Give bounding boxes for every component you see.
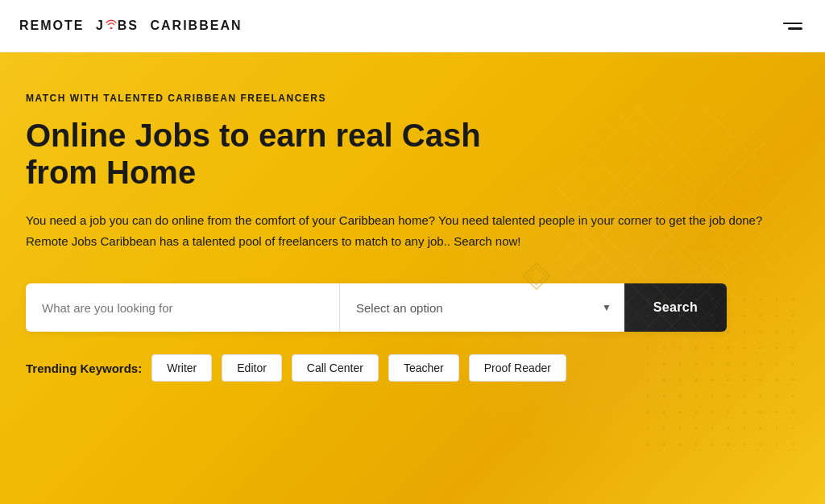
search-bar: Select an option Writer Editor Call Cent… — [26, 283, 727, 332]
logo-jobs: J BS — [96, 19, 139, 33]
logo-caribbean: CARIBBEAN — [151, 19, 243, 33]
hero-main-title: Online Jobs to earn real Cash from Home — [26, 117, 525, 191]
category-select[interactable]: Select an option Writer Editor Call Cent… — [340, 283, 624, 332]
trending-label: Trending Keywords: — [26, 361, 142, 375]
keyword-tag-call-center[interactable]: Call Center — [292, 354, 379, 382]
category-select-wrapper: Select an option Writer Editor Call Cent… — [340, 283, 624, 332]
wifi-icon — [105, 18, 118, 31]
logo-remote: REMOTE — [19, 19, 84, 33]
logo: REMOTE J BS CARIBBEAN — [19, 19, 243, 33]
logo-bs: BS — [118, 19, 139, 33]
hero-section: MATCH WITH TALENTED CARIBBEAN FREELANCER… — [0, 52, 825, 504]
hamburger-line-2 — [788, 27, 802, 30]
header: REMOTE J BS CARIBBEAN — [0, 0, 825, 52]
hamburger-line-1 — [783, 23, 802, 25]
keyword-tag-proof-reader[interactable]: Proof Reader — [469, 354, 566, 382]
dot-pattern-decoration — [640, 291, 801, 456]
hero-subtitle: MATCH WITH TALENTED CARIBBEAN FREELANCER… — [26, 93, 799, 104]
keyword-tag-editor[interactable]: Editor — [222, 354, 282, 382]
svg-rect-3 — [640, 291, 801, 452]
keyword-tag-teacher[interactable]: Teacher — [388, 354, 459, 382]
logo-j: J — [96, 19, 105, 33]
search-input[interactable] — [26, 283, 340, 332]
keyword-tag-writer[interactable]: Writer — [151, 354, 212, 382]
hero-description: You need a job you can do online from th… — [26, 210, 791, 251]
hamburger-menu-button[interactable] — [780, 19, 806, 33]
